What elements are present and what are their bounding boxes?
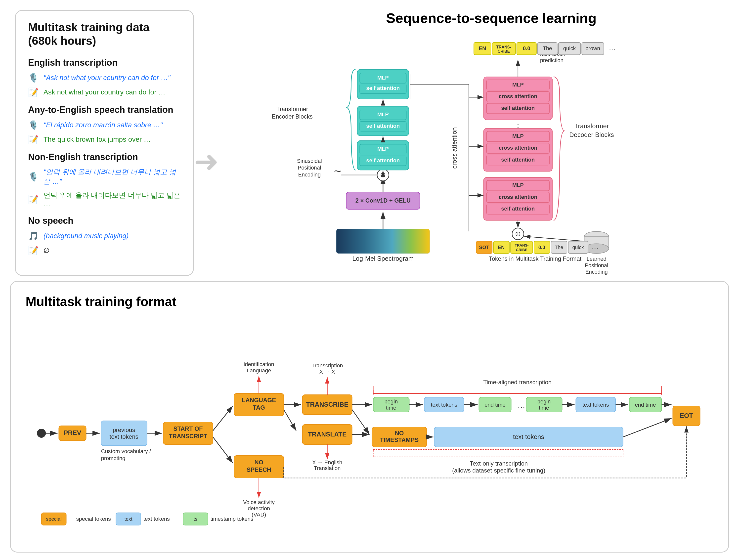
- end-time-label: end time: [484, 402, 505, 408]
- legend-timestamp-label: timestamp tokens: [210, 516, 253, 522]
- english-transcript-text: Ask not what your country can do for …: [43, 88, 165, 96]
- x-to-x-label1: X → X: [319, 369, 335, 375]
- x-to-x-label2: Transcription: [311, 363, 343, 369]
- sot-to-ns-arrow: [213, 437, 233, 463]
- sin-pos-label2: Positional: [298, 164, 321, 171]
- custom-vocab-label1: Custom vocabulary /: [101, 448, 151, 454]
- spectrogram-gradient: [336, 229, 430, 254]
- learned-pos-label3: Encoding: [585, 269, 608, 275]
- enc3-selfatt-label: self attention: [366, 85, 400, 91]
- big-arrow: ➜: [194, 144, 219, 179]
- any-to-english-section: Any-to-English speech translation 🎙️ "El…: [28, 105, 181, 144]
- end-time2-label: end time: [635, 402, 656, 408]
- mic-icon: 🎙️: [28, 73, 38, 83]
- enc-brace: [346, 69, 356, 170]
- text-only-brace: [374, 449, 623, 457]
- sot-to-lt-arrow: [213, 406, 233, 431]
- dec2-selfatt-label: self attention: [501, 157, 535, 163]
- text-tokens2-label: text tokens: [582, 402, 609, 408]
- out-token-transcribe-label2: CRIBE: [498, 49, 510, 53]
- flow-diagram: PREV previous text tokens Custom vocabul…: [26, 324, 713, 538]
- text-only-label2: (allows dataset-specific fine-tuning): [452, 467, 545, 474]
- english-translation-text: The quick brown fox jumps over …: [43, 135, 151, 143]
- lang-id-label1: Language: [247, 367, 271, 374]
- enc3-mlp-label: MLP: [377, 75, 389, 81]
- section-heading-translation: Any-to-English speech translation: [28, 105, 181, 115]
- dec1-selfatt-label: self attention: [501, 205, 535, 212]
- begin-time-label1: begin: [385, 398, 398, 405]
- in-token-quick-label: quick: [573, 245, 584, 250]
- text-tokens-long-label: text tokens: [513, 433, 544, 440]
- legend-special-label: special tokens: [76, 516, 111, 522]
- dec-label-decoder: Decoder Blocks: [569, 131, 614, 138]
- language-tag-label1: LANGUAGE: [242, 397, 276, 403]
- no-speech-label2: SPEECH: [247, 466, 271, 473]
- dec-plus-symbol: ⊕: [515, 230, 521, 238]
- in-token-the-label: The: [555, 245, 563, 250]
- korean-audio-text: "언덕 위에 올라 내려다보면 너무나 넓고 넓은 …": [43, 167, 181, 186]
- pencil-icon: 📝: [28, 194, 38, 204]
- out-token-the-label: The: [543, 45, 552, 52]
- flow-dots1: …: [518, 401, 526, 410]
- list-item: 🎙️ "El rápido zorro marrón salta sobre ……: [28, 120, 181, 130]
- sin-pos-label: Sinusoidal: [297, 158, 322, 164]
- in-token-0-label: 0.0: [539, 245, 545, 250]
- spectrogram-label: Log-Mel Spectrogram: [352, 255, 414, 262]
- time-aligned-brace: [374, 386, 662, 394]
- left-panel-title: Multitask training data (680k hours): [28, 21, 181, 47]
- list-item: 📝 ∅: [28, 245, 181, 255]
- dec1-crossatt-label: cross attention: [499, 194, 538, 200]
- english-audio-text: "Ask not what your country can do for …": [43, 74, 170, 82]
- in-token-transcribe-label2: CRIBE: [516, 248, 528, 252]
- sot-label2: TRANSCRIPT: [169, 433, 207, 439]
- learned-pos-label2: Positional: [585, 262, 608, 268]
- dec3-mlp-label: MLP: [512, 82, 524, 88]
- cross-att-label: cross attention: [451, 127, 458, 169]
- lang-id-label2: identification: [244, 361, 274, 367]
- non-english-section: Non-English transcription 🎙️ "언덕 위에 올라 내…: [28, 152, 181, 208]
- dec3-crossatt-label: cross attention: [499, 93, 538, 100]
- legend-timestamp-inner: ts: [194, 516, 198, 522]
- list-item: 📝 The quick brown fox jumps over …: [28, 134, 181, 144]
- vad-label3: (VAD): [252, 512, 266, 518]
- text-tokens-label: text tokens: [431, 402, 457, 408]
- korean-transcript-text: 언덕 위에 올라 내려다보면 너무나 넓고 넓은 …: [43, 191, 181, 208]
- x-to-eng-label2: Translation: [314, 465, 340, 471]
- prev-text-tokens-label1: previous: [113, 427, 135, 433]
- out-token-transcribe-label: TRANS-: [496, 45, 511, 49]
- sot-label1: START OF: [173, 425, 202, 432]
- pencil-icon: 📝: [28, 245, 38, 255]
- enc2-selfatt-label: self attention: [366, 123, 400, 129]
- begin-time2-label2: time: [539, 405, 549, 411]
- enc1-mlp-label: MLP: [377, 146, 389, 152]
- prev-text-tokens-label2: text tokens: [109, 433, 138, 440]
- in-token-sot-label: SOT: [479, 245, 489, 250]
- mic-icon: 🎙️: [28, 172, 38, 182]
- begin-time-label2: time: [386, 405, 397, 411]
- enc2-mlp-label: MLP: [377, 111, 389, 118]
- sin-pos-label3: Encoding: [298, 171, 321, 178]
- out-token-en-label: EN: [479, 45, 486, 52]
- out-token-dots: …: [609, 44, 616, 52]
- seq2seq-diagram: Log-Mel Spectrogram 2 × Conv1D + GELU ⊕ …: [209, 33, 724, 277]
- learned-pos-label1: Learned: [587, 256, 606, 262]
- in-token-transcribe-label: TRANS-: [515, 243, 529, 247]
- no-timestamps-label1: NO: [395, 430, 404, 436]
- tilde-symbol: ~: [334, 164, 341, 178]
- left-panel: Multitask training data (680k hours) Eng…: [15, 10, 194, 276]
- lt-to-translate-arrow: [284, 410, 296, 431]
- top-section: Multitask training data (680k hours) Eng…: [0, 0, 739, 281]
- dec2-crossatt-label: cross attention: [499, 145, 538, 151]
- custom-vocab-label2: prompting: [101, 455, 126, 461]
- text-only-label1: Text-only transcription: [470, 460, 528, 467]
- section-heading-no-speech: No speech: [28, 216, 181, 226]
- legend-text-inner: text: [124, 516, 133, 522]
- language-tag-label2: TAG: [253, 404, 265, 411]
- out-token-brown-label: brown: [585, 45, 600, 52]
- time-aligned-label: Time-aligned transcription: [483, 379, 552, 386]
- music-icon: 🎵: [28, 231, 38, 241]
- dec1-mlp-label: MLP: [512, 182, 524, 188]
- background-music-text: (background music playing): [43, 232, 129, 240]
- legend-text-label: text tokens: [143, 516, 170, 522]
- pencil-icon: 📝: [28, 87, 38, 97]
